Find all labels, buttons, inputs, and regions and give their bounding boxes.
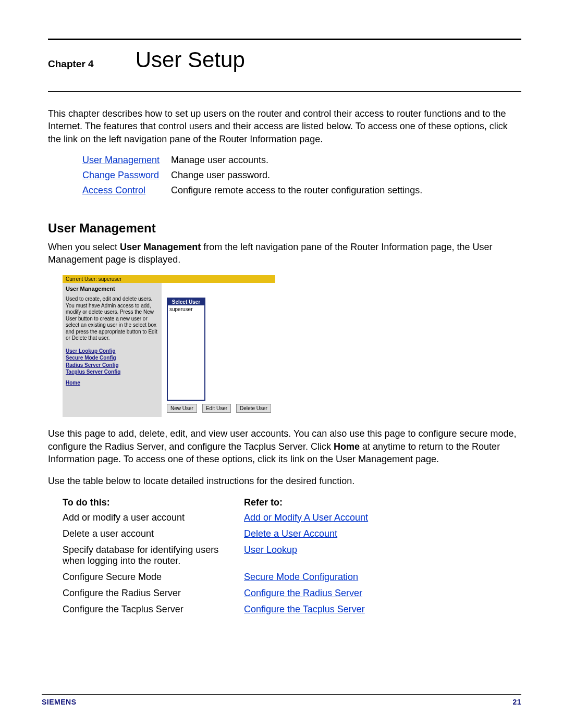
thin-rule (48, 91, 521, 92)
feature-row: Change Password Change user password. (82, 170, 521, 181)
task-todo: Add or modify a user account (63, 512, 244, 523)
task-link-user-lookup[interactable]: User Lookup (244, 545, 297, 555)
page-footer: SIEMENS 21 (42, 694, 521, 706)
task-link-radius[interactable]: Configure the Radius Server (244, 588, 362, 598)
current-user-bar: Current User: superuser (63, 275, 275, 283)
task-todo: Configure the Tacplus Server (63, 604, 244, 615)
task-row: Configure Secure Mode Secure Mode Config… (63, 572, 521, 583)
task-row: Specify database for identifying users w… (63, 545, 521, 566)
ss-link-user-lookup-config[interactable]: User Lookup Config (66, 348, 158, 355)
screenshot-desc: Used to create, edit and delete users. Y… (66, 296, 158, 342)
screenshot-links: User Lookup Config Secure Mode Config Ra… (66, 348, 158, 387)
ss-link-home[interactable]: Home (66, 380, 158, 387)
screenshot-body: User Management Used to create, edit and… (63, 283, 275, 417)
edit-user-button[interactable]: Edit User (202, 404, 231, 413)
task-link-delete[interactable]: Delete a User Account (244, 528, 337, 539)
select-user-item[interactable]: superuser (169, 306, 203, 312)
feature-link-change-password[interactable]: Change Password (82, 170, 171, 181)
text: When you select (48, 242, 120, 252)
select-user-header: Select User (168, 299, 204, 305)
chapter-heading: Chapter 4 User Setup (48, 47, 521, 72)
top-rule (48, 39, 521, 40)
ss-link-secure-mode-config[interactable]: Secure Mode Config (66, 355, 158, 362)
bold-text: User Management (120, 242, 201, 252)
feature-row: Access Control Configure remote access t… (82, 185, 521, 196)
feature-desc: Manage user accounts. (171, 155, 521, 166)
feature-table: User Management Manage user accounts. Ch… (82, 155, 521, 196)
section-heading: User Management (48, 221, 521, 236)
task-row: Add or modify a user account Add or Modi… (63, 512, 521, 523)
feature-link-user-management[interactable]: User Management (82, 155, 171, 166)
post-screenshot-para-2: Use the table below to locate detailed i… (48, 475, 521, 487)
task-header-col2: Refer to: (244, 497, 521, 508)
task-row: Configure the Radius Server Configure th… (63, 588, 521, 599)
delete-user-button[interactable]: Delete User (236, 404, 271, 413)
task-table-header: To do this: Refer to: (63, 497, 521, 508)
footer-page-number: 21 (512, 698, 521, 706)
feature-row: User Management Manage user accounts. (82, 155, 521, 166)
screenshot-buttons: New User Edit User Delete User (167, 404, 271, 413)
screenshot-container: Current User: superuser User Management … (63, 275, 521, 417)
task-link-tacplus[interactable]: Configure the Tacplus Server (244, 604, 365, 614)
section-intro: When you select User Management from the… (48, 241, 521, 266)
screenshot-heading: User Management (66, 286, 158, 293)
new-user-button[interactable]: New User (167, 404, 197, 413)
screenshot-sidebar: User Management Used to create, edit and… (63, 283, 162, 417)
ss-link-tacplus-server-config[interactable]: Tacplus Server Config (66, 369, 158, 376)
screenshot-main: Select User superuser New User Edit User… (162, 283, 275, 417)
chapter-title: User Setup (136, 47, 245, 72)
footer-brand: SIEMENS (42, 698, 77, 706)
feature-link-access-control[interactable]: Access Control (82, 185, 171, 196)
task-row: Delete a user account Delete a User Acco… (63, 528, 521, 539)
task-row: Configure the Tacplus Server Configure t… (63, 604, 521, 615)
task-header-col1: To do this: (63, 497, 244, 508)
task-link-add-modify[interactable]: Add or Modify A User Account (244, 512, 368, 523)
task-todo: Configure Secure Mode (63, 572, 244, 583)
feature-desc: Change user password. (171, 170, 521, 181)
page: Chapter 4 User Setup This chapter descri… (0, 0, 563, 728)
post-screenshot-para-1: Use this page to add, delete, edit, and … (48, 427, 521, 465)
chapter-label: Chapter 4 (48, 58, 94, 70)
task-table: To do this: Refer to: Add or modify a us… (63, 497, 521, 615)
bold-text: Home (334, 441, 360, 452)
feature-desc: Configure remote access to the router co… (171, 185, 521, 196)
task-todo: Delete a user account (63, 528, 244, 539)
select-user-list[interactable]: superuser (168, 305, 204, 400)
task-todo: Specify database for identifying users w… (63, 545, 244, 566)
user-management-screenshot: Current User: superuser User Management … (63, 275, 275, 417)
task-todo: Configure the Radius Server (63, 588, 244, 599)
task-link-secure-mode[interactable]: Secure Mode Configuration (244, 572, 358, 582)
select-user-box[interactable]: Select User superuser (167, 298, 205, 401)
intro-paragraph: This chapter describes how to set up use… (48, 107, 521, 145)
ss-link-radius-server-config[interactable]: Radius Server Config (66, 362, 158, 369)
